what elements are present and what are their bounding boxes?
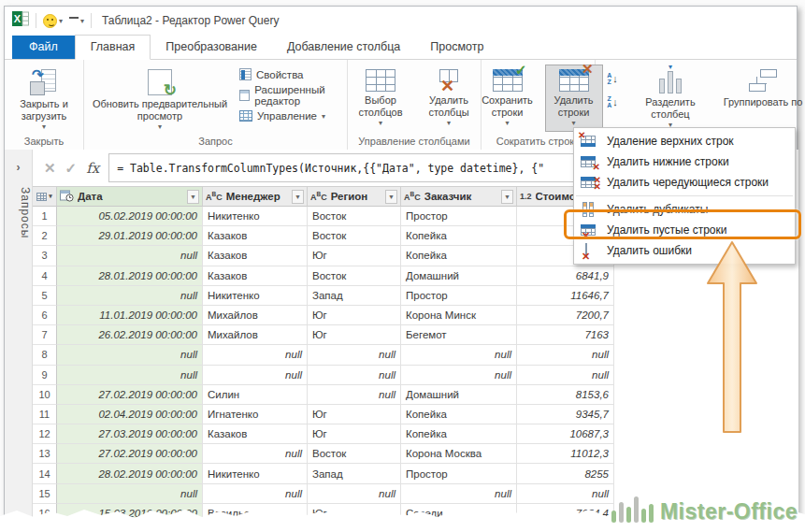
- close-and-load-button[interactable]: ↷ Закрыть и загрузить ▾: [10, 65, 78, 132]
- table-cell[interactable]: null: [401, 484, 517, 504]
- table-cell[interactable]: Игнатенко: [203, 405, 308, 424]
- group-by-button[interactable]: Группировать по: [717, 65, 805, 132]
- table-cell[interactable]: 29.01.2019 00:00:00: [57, 226, 203, 246]
- table-cell[interactable]: null: [57, 345, 203, 365]
- table-cell[interactable]: null: [203, 366, 308, 385]
- table-cell[interactable]: null: [57, 286, 203, 306]
- table-cell[interactable]: Копейка: [401, 246, 517, 266]
- commit-formula-icon[interactable]: ✓: [65, 160, 78, 177]
- table-cell[interactable]: null: [57, 366, 203, 385]
- advanced-editor-button[interactable]: Расширенный редактор: [239, 84, 347, 107]
- choose-columns-button[interactable]: Выбор столбцов ▾: [348, 65, 413, 132]
- table-cell[interactable]: 8255: [517, 464, 614, 483]
- table-cell[interactable]: Запад: [308, 464, 401, 483]
- table-cell[interactable]: 7163: [517, 325, 614, 345]
- table-cell[interactable]: Никитенко: [203, 207, 308, 226]
- table-cell[interactable]: Домашний: [401, 266, 517, 286]
- manage-button[interactable]: Управление ▾: [239, 110, 347, 122]
- row-number[interactable]: 12: [33, 424, 57, 444]
- table-cell[interactable]: Восток: [308, 266, 401, 286]
- column-header-region[interactable]: ABC Регион ▼: [308, 186, 401, 207]
- cancel-formula-icon[interactable]: ✕: [44, 160, 56, 177]
- table-cell[interactable]: Копейка: [401, 226, 517, 246]
- table-cell[interactable]: 27.02.2019 00:00:00: [57, 385, 203, 405]
- row-number[interactable]: 3: [33, 246, 57, 266]
- keep-rows-button[interactable]: ✓ Сохранить строки ▾: [474, 65, 541, 132]
- row-number[interactable]: 8: [33, 345, 57, 365]
- row-number[interactable]: 9: [33, 366, 57, 385]
- table-cell[interactable]: null: [401, 345, 517, 365]
- table-cell[interactable]: null: [401, 366, 517, 385]
- row-number[interactable]: 4: [33, 266, 57, 286]
- table-cell[interactable]: null: [517, 366, 614, 385]
- table-cell[interactable]: 28.02.2019 00:00:00: [57, 464, 203, 483]
- table-cell[interactable]: 11.01.2019 00:00:00: [57, 306, 203, 325]
- table-cell[interactable]: Юг: [308, 405, 401, 424]
- table-cell[interactable]: Домашний: [401, 385, 517, 405]
- select-all-header[interactable]: ▾: [33, 186, 57, 207]
- table-cell[interactable]: Восток: [308, 207, 401, 226]
- table-cell[interactable]: null: [57, 484, 203, 504]
- menu-item-remove-bottom-rows[interactable]: ✕ Удалить нижние строки: [574, 151, 795, 172]
- table-cell[interactable]: Юг: [308, 424, 401, 444]
- menu-item-remove-errors[interactable]: ✕ Удалить ошибки: [574, 240, 795, 261]
- tab-add-column[interactable]: Добавление столбца: [272, 36, 415, 59]
- table-cell[interactable]: null: [308, 385, 401, 405]
- table-cell[interactable]: Михайлов: [203, 306, 308, 325]
- table-cell[interactable]: null: [517, 345, 614, 365]
- table-cell[interactable]: 27.02.2019 00:00:00: [57, 444, 203, 464]
- table-cell[interactable]: Запад: [308, 286, 401, 306]
- table-cell[interactable]: null: [203, 484, 308, 504]
- table-cell[interactable]: null: [308, 484, 401, 504]
- filter-button[interactable]: ▼: [292, 190, 304, 204]
- table-cell[interactable]: Корона Москва: [401, 444, 517, 464]
- table-cell[interactable]: 11012,3: [517, 444, 614, 464]
- expand-queries-pane-button[interactable]: ›: [5, 150, 32, 174]
- table-cell[interactable]: Казаков: [203, 226, 308, 246]
- sort-descending-button[interactable]: ZA↓: [601, 92, 624, 112]
- quick-access-customize-button[interactable]: ▾: [69, 17, 84, 25]
- table-cell[interactable]: Юг: [308, 325, 401, 345]
- table-cell[interactable]: null: [57, 246, 203, 266]
- table-cell[interactable]: 11646,7: [517, 286, 614, 306]
- table-cell[interactable]: 27.03.2019 00:00:00: [57, 424, 203, 444]
- table-cell[interactable]: Копейка: [401, 405, 517, 424]
- tab-home[interactable]: Главная: [75, 35, 151, 60]
- table-cell[interactable]: null: [517, 484, 614, 504]
- table-cell[interactable]: Юг: [308, 306, 401, 325]
- table-cell[interactable]: Никитенко: [203, 464, 308, 483]
- column-header-manager[interactable]: ABC Менеджер ▼: [203, 186, 308, 207]
- row-number[interactable]: 15: [33, 484, 57, 504]
- table-cell[interactable]: 7200,7: [517, 306, 614, 325]
- row-number[interactable]: 10: [33, 385, 57, 405]
- table-cell[interactable]: Казаков: [203, 246, 308, 266]
- table-cell[interactable]: null: [203, 444, 308, 464]
- tab-file[interactable]: Файл: [12, 36, 75, 59]
- table-cell[interactable]: 9345,7: [517, 405, 614, 424]
- refresh-preview-button[interactable]: ↻ Обновить предварительный просмотр ▾: [84, 65, 236, 132]
- table-cell[interactable]: Простор: [401, 286, 517, 306]
- menu-item-remove-alternate-rows[interactable]: ✕✕ Удалить чередующиеся строки: [574, 172, 795, 193]
- table-cell[interactable]: Восток: [308, 444, 401, 464]
- row-number[interactable]: 1: [33, 207, 57, 226]
- table-cell[interactable]: Казаков: [203, 424, 308, 444]
- filter-button[interactable]: ▼: [501, 190, 513, 204]
- row-number[interactable]: 11: [33, 405, 57, 424]
- table-cell[interactable]: Юг: [308, 246, 401, 266]
- table-cell[interactable]: 26.02.2019 00:00:00: [57, 325, 203, 345]
- row-number[interactable]: 2: [33, 226, 57, 246]
- table-cell[interactable]: Простор: [401, 207, 517, 226]
- row-number[interactable]: 14: [33, 464, 57, 483]
- properties-button[interactable]: Свойства: [239, 68, 347, 80]
- remove-columns-button[interactable]: ✕ Удалить столбцы ▾: [417, 65, 481, 132]
- row-number[interactable]: 5: [33, 286, 57, 306]
- column-header-date[interactable]: Дата ▼: [57, 186, 203, 207]
- table-cell[interactable]: Простор: [401, 464, 517, 483]
- table-cell[interactable]: null: [308, 366, 401, 385]
- table-cell[interactable]: Никитенко: [203, 286, 308, 306]
- menu-item-remove-top-rows[interactable]: ✕ Удаление верхних строк: [574, 131, 795, 151]
- column-header-customer[interactable]: ABC Заказчик ▼: [401, 186, 517, 207]
- table-cell[interactable]: 8153,6: [517, 385, 614, 405]
- table-cell[interactable]: 02.04.2019 00:00:00: [57, 405, 203, 424]
- table-cell[interactable]: null: [308, 345, 401, 365]
